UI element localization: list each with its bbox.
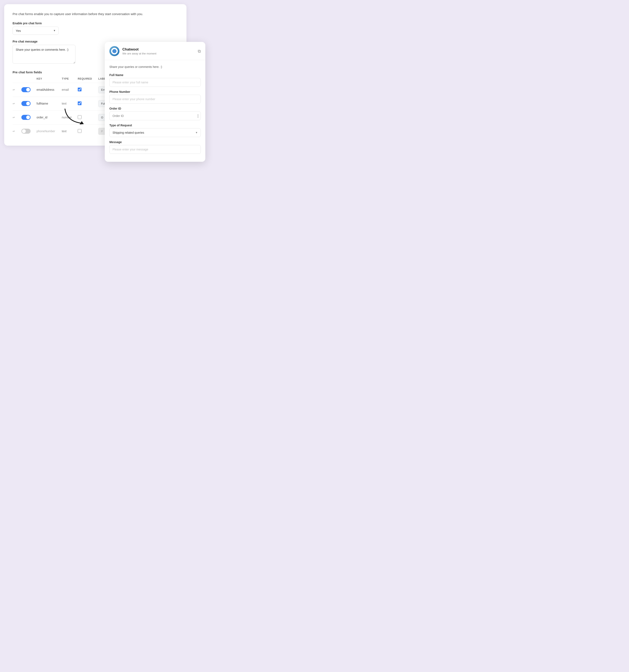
key-cell: order_id: [34, 111, 59, 124]
external-link-icon[interactable]: ⧉: [198, 49, 201, 54]
type-cell: email: [59, 83, 75, 97]
chat-avatar-inner: [111, 48, 118, 54]
phone-type: text: [62, 129, 67, 133]
email-key: emailAddress: [37, 88, 54, 91]
chat-header: Chatwoot We are away at the moment ⧉: [105, 42, 205, 60]
fullname-toggle-slider: [21, 101, 31, 106]
th-required: REQUIRED: [75, 77, 96, 83]
chat-title: Chatwoot: [122, 47, 156, 51]
chat-orderid-group: Order ID ▲ ▼: [110, 107, 201, 120]
chat-message-input[interactable]: [110, 145, 201, 154]
drag-icon: ⇌: [13, 130, 15, 133]
toggle-cell: [19, 124, 34, 138]
chat-header-text: Chatwoot We are away at the moment: [122, 47, 156, 55]
email-toggle[interactable]: [21, 87, 31, 92]
chat-widget: Chatwoot We are away at the moment ⧉ Sha…: [105, 42, 205, 162]
chat-request-type-select[interactable]: Shipping related queries General queries…: [110, 128, 201, 137]
enable-section: Enable pre chat form Yes No ▼: [13, 22, 178, 35]
toggle-cell: [19, 83, 34, 97]
enable-select[interactable]: Yes No: [13, 27, 59, 35]
drag-handle[interactable]: ⇌: [13, 97, 19, 111]
email-required-checkbox[interactable]: [78, 88, 81, 91]
spinner-down-icon: ▼: [197, 116, 199, 118]
pre-chat-message-textarea[interactable]: Share your queries or comments here. :): [13, 45, 75, 64]
email-toggle-slider: [21, 87, 31, 92]
chat-intro-text: Share your queries or comments here. :): [110, 65, 201, 69]
drag-handle[interactable]: ⇌: [13, 83, 19, 97]
enable-select-wrapper: Yes No ▼: [13, 27, 59, 35]
chat-orderid-wrapper: ▲ ▼: [110, 112, 201, 120]
fullname-required-checkbox[interactable]: [78, 101, 81, 105]
drag-handle[interactable]: ⇌: [13, 111, 19, 124]
chat-message-group: Message: [110, 140, 201, 154]
drag-icon: ⇌: [13, 102, 15, 105]
chat-orderid-input[interactable]: [110, 112, 201, 120]
chat-subtitle: We are away at the moment: [122, 52, 156, 55]
th-key: KEY: [34, 77, 59, 83]
chat-body: Share your queries or comments here. :) …: [105, 60, 205, 162]
arrow-container: [61, 105, 88, 129]
enable-label: Enable pre chat form: [13, 22, 178, 25]
chat-request-type-label: Type of Request: [110, 124, 201, 127]
phone-toggle-slider: [21, 129, 31, 134]
th-type: TYPE: [59, 77, 75, 83]
intro-text: Pre chat forms enable you to capture use…: [13, 12, 178, 17]
fullname-toggle[interactable]: [21, 101, 31, 106]
phone-required-checkbox[interactable]: [78, 129, 81, 133]
chat-avatar-dot: [112, 49, 117, 53]
email-type: email: [62, 88, 69, 91]
number-spinners: ▲ ▼: [197, 114, 199, 118]
chat-avatar: [110, 46, 119, 56]
drag-icon: ⇌: [13, 88, 15, 91]
chat-phone-group: Phone Number: [110, 90, 201, 103]
phone-key: phoneNumber: [37, 129, 55, 133]
phone-toggle[interactable]: [21, 129, 31, 134]
orderid-key: order_id: [37, 116, 47, 119]
chat-orderid-label: Order ID: [110, 107, 201, 110]
chat-request-type-select-wrapper: Shipping related queries General queries…: [110, 128, 201, 137]
chat-phone-label: Phone Number: [110, 90, 201, 93]
drag-icon: ⇌: [13, 116, 15, 119]
toggle-cell: [19, 111, 34, 124]
arrow-svg: [61, 105, 88, 128]
key-cell: phoneNumber: [34, 124, 59, 138]
chat-message-label: Message: [110, 140, 201, 144]
chat-request-type-group: Type of Request Shipping related queries…: [110, 124, 201, 137]
chat-full-name-label: Full Name: [110, 73, 201, 77]
chat-full-name-input[interactable]: [110, 78, 201, 87]
key-cell: emailAddress: [34, 83, 59, 97]
orderid-toggle[interactable]: [21, 115, 31, 120]
chat-phone-input[interactable]: [110, 95, 201, 103]
th-drag: [13, 77, 19, 83]
toggle-cell: [19, 97, 34, 111]
drag-handle[interactable]: ⇌: [13, 124, 19, 138]
spinner-up-icon: ▲: [197, 114, 199, 116]
orderid-toggle-slider: [21, 115, 31, 120]
key-cell: fullName: [34, 97, 59, 111]
chat-header-left: Chatwoot We are away at the moment: [110, 46, 156, 56]
required-cell: [75, 83, 96, 97]
th-toggle: [19, 77, 34, 83]
fullname-key: fullName: [37, 102, 48, 105]
chat-full-name-group: Full Name: [110, 73, 201, 87]
page-wrapper: Pre chat forms enable you to capture use…: [4, 4, 205, 151]
